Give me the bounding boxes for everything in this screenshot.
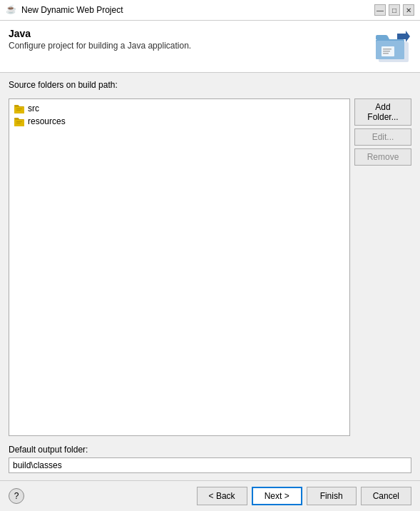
folder-icon-resources: [14, 116, 25, 127]
title-bar: ☕ New Dynamic Web Project — □ ✕: [0, 0, 420, 21]
footer-left: ?: [9, 488, 24, 504]
tree-item-resources-label: resources: [28, 116, 66, 126]
svg-rect-10: [16, 108, 22, 109]
header-description: Configure project for building a Java ap…: [9, 41, 374, 51]
source-folders-label: Source folders on build path:: [9, 80, 411, 90]
main-content: Source folders on build path: src: [0, 73, 420, 480]
footer-right: < Back Next > Finish Cancel: [197, 487, 411, 505]
edit-button[interactable]: Edit...: [354, 128, 411, 146]
tree-item-src[interactable]: src: [12, 102, 347, 115]
svg-rect-15: [16, 123, 21, 123]
tree-panel: src resources: [9, 98, 350, 436]
header-area: Java Configure project for building a Ja…: [0, 21, 420, 73]
title-bar-controls: — □ ✕: [374, 4, 414, 16]
maximize-button[interactable]: □: [389, 4, 400, 16]
next-button[interactable]: Next >: [252, 487, 302, 505]
footer: ? < Back Next > Finish Cancel: [0, 480, 420, 511]
header-text: Java Configure project for building a Ja…: [9, 28, 374, 51]
header-icon: [374, 28, 411, 65]
cancel-button[interactable]: Cancel: [361, 487, 411, 505]
header-title: Java: [9, 28, 374, 39]
remove-button[interactable]: Remove: [354, 148, 411, 166]
svg-rect-7: [383, 53, 389, 54]
tree-item-src-label: src: [28, 103, 39, 113]
source-folders-row: src resources Add Folder... Edit... Remo…: [9, 98, 411, 436]
svg-rect-6: [383, 51, 390, 52]
finish-button[interactable]: Finish: [307, 487, 357, 505]
svg-rect-14: [16, 121, 22, 122]
output-folder-label: Default output folder:: [9, 445, 411, 455]
tree-item-resources[interactable]: resources: [12, 115, 347, 128]
title-bar-icon: ☕: [6, 4, 17, 16]
title-bar-text: New Dynamic Web Project: [21, 5, 370, 15]
minimize-button[interactable]: —: [374, 4, 386, 16]
add-folder-button[interactable]: Add Folder...: [354, 98, 411, 126]
svg-rect-5: [383, 49, 391, 50]
close-button[interactable]: ✕: [403, 4, 414, 16]
help-button[interactable]: ?: [9, 488, 24, 504]
svg-rect-11: [16, 110, 21, 111]
folder-icon-src: [14, 103, 25, 114]
output-folder-input[interactable]: [9, 457, 411, 473]
output-section: Default output folder:: [9, 445, 411, 473]
back-button[interactable]: < Back: [197, 487, 247, 505]
side-buttons: Add Folder... Edit... Remove: [354, 98, 411, 436]
